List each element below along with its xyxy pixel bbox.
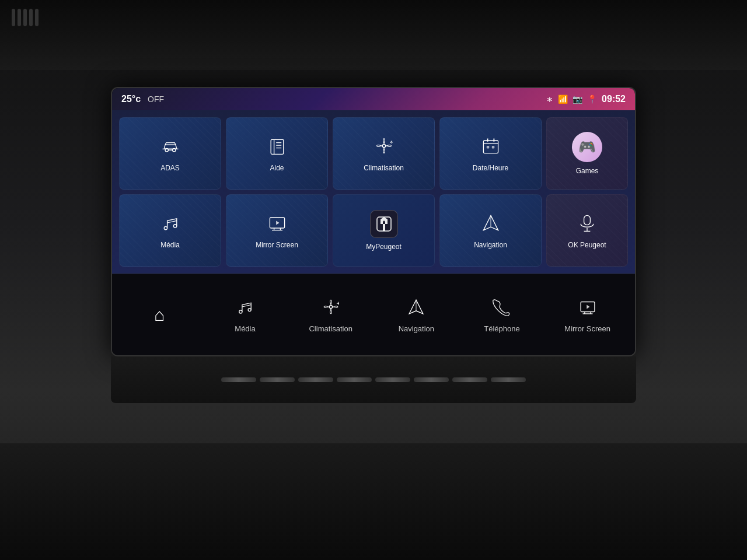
media-bottom-button[interactable]: Média — [204, 274, 287, 355]
climatisation-bottom-button[interactable]: Climatisation — [289, 274, 372, 355]
peugeot-logo — [370, 210, 398, 238]
vent — [375, 377, 410, 382]
svg-rect-14 — [584, 215, 591, 225]
media-bottom-icon — [235, 297, 255, 321]
vent — [260, 377, 295, 382]
svg-rect-2 — [271, 139, 284, 154]
mypeugeot-label: MyPeugeot — [366, 243, 402, 251]
fan-icon — [374, 135, 395, 159]
mirror-bottom-icon — [578, 297, 598, 321]
svg-point-16 — [248, 308, 251, 311]
ok-peugeot-label: OK Peugeot — [568, 241, 606, 249]
media-bottom-label: Média — [235, 324, 255, 333]
vent-slot — [12, 9, 15, 26]
mirror-screen-grid-button[interactable]: Mirror Screen — [226, 194, 328, 267]
temperature-display: 25°c — [121, 94, 141, 104]
vent — [414, 377, 449, 382]
date-heure-label: Date/Heure — [473, 164, 508, 172]
aide-button[interactable]: Aide — [226, 117, 328, 190]
top-panel — [0, 0, 747, 70]
car-dashboard: 25°c OFF ∗ 📶 📷 📍 09:52 — [0, 0, 747, 560]
fan-bottom-icon — [321, 297, 341, 321]
svg-line-4 — [390, 141, 391, 142]
camera-icon: 📷 — [573, 94, 582, 104]
infotainment-screen: 25°c OFF ∗ 📶 📷 📍 09:52 — [111, 87, 636, 356]
vent — [452, 377, 487, 382]
status-right: ∗ 📶 📷 📍 09:52 — [546, 94, 626, 104]
games-label: Games — [576, 167, 599, 175]
ok-peugeot-button[interactable]: OK Peugeot — [546, 194, 628, 267]
book-icon — [267, 135, 288, 159]
aide-label: Aide — [270, 164, 284, 172]
bluetooth-icon: ∗ — [546, 94, 553, 104]
mirror-bottom-button[interactable]: Mirror Screen — [546, 274, 629, 355]
svg-rect-8 — [486, 146, 489, 149]
vent-slot — [29, 9, 33, 26]
bottom-panel — [0, 443, 747, 560]
games-button[interactable]: 🎮 Games — [546, 117, 628, 190]
games-icon-circle: 🎮 — [572, 132, 602, 162]
adas-label: ADAS — [160, 164, 180, 172]
location-icon: 📍 — [587, 94, 597, 104]
music-icon — [160, 212, 181, 236]
adas-button[interactable]: ADAS — [119, 117, 221, 190]
telephone-bottom-label: Téléphone — [484, 324, 519, 333]
media-grid-label: Média — [160, 241, 180, 249]
bottom-vent-panel — [111, 356, 636, 403]
navigation-grid-label: Navigation — [474, 241, 507, 249]
date-heure-button[interactable]: Date/Heure — [439, 117, 542, 190]
mypeugeot-button[interactable]: MyPeugeot — [333, 194, 435, 267]
app-grid: ADAS Aide — [112, 110, 635, 274]
mirror-bottom-label: Mirror Screen — [564, 324, 610, 333]
vent — [337, 377, 372, 382]
bottom-control-bar: ⌂ Média — [112, 274, 635, 355]
navigation-icon — [480, 212, 501, 236]
home-icon: ⌂ — [154, 305, 165, 325]
vent — [491, 377, 526, 382]
home-button[interactable]: ⌂ — [118, 274, 201, 355]
calendar-icon — [480, 135, 501, 159]
mirror-icon — [267, 212, 288, 236]
vent — [221, 377, 256, 382]
time-display: 09:52 — [602, 94, 626, 104]
climatisation-label: Climatisation — [364, 164, 404, 172]
status-left: 25°c OFF — [121, 94, 164, 104]
status-bar: 25°c OFF ∗ 📶 📷 📍 09:52 — [112, 88, 635, 110]
navigation-grid-button[interactable]: Navigation — [439, 194, 542, 267]
vent — [298, 377, 333, 382]
media-grid-button[interactable]: Média — [119, 194, 221, 267]
phone-bottom-icon — [492, 297, 512, 321]
svg-point-3 — [382, 144, 385, 147]
mic-icon — [577, 212, 598, 236]
nav-bottom-icon — [406, 297, 426, 321]
vent-slot — [23, 9, 27, 26]
vent-slot — [18, 9, 21, 26]
telephone-bottom-button[interactable]: Téléphone — [460, 274, 544, 355]
navigation-bottom-label: Navigation — [399, 324, 434, 333]
car-icon — [160, 135, 181, 159]
navigation-bottom-button[interactable]: Navigation — [375, 274, 458, 355]
ac-status: OFF — [148, 94, 164, 104]
gamepad-icon: 🎮 — [578, 139, 596, 155]
climatisation-bottom-label: Climatisation — [309, 324, 352, 333]
mirror-screen-grid-label: Mirror Screen — [256, 241, 298, 249]
svg-rect-7 — [483, 141, 498, 153]
svg-rect-9 — [491, 146, 494, 149]
svg-point-15 — [239, 310, 242, 313]
vent-slot — [35, 9, 39, 26]
climatisation-button[interactable]: Climatisation — [333, 117, 435, 190]
svg-point-10 — [164, 226, 167, 229]
wifi-icon: 📶 — [558, 94, 568, 104]
svg-point-11 — [173, 224, 176, 227]
svg-point-17 — [329, 305, 332, 308]
